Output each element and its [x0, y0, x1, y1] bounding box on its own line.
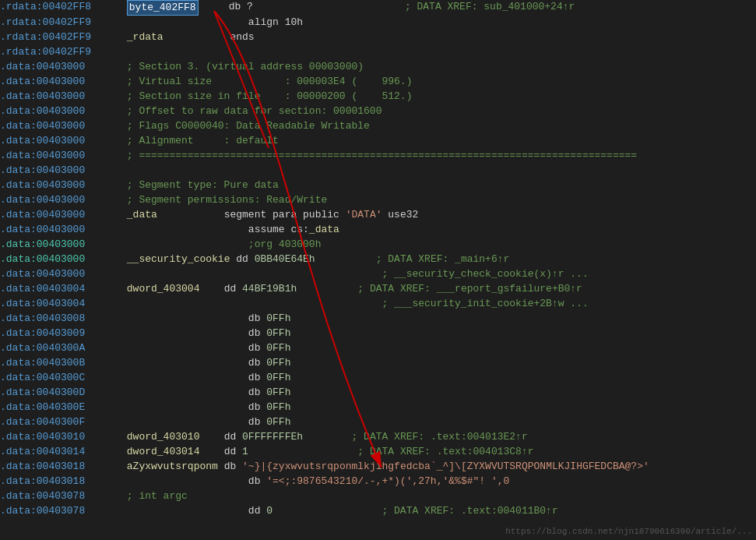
code-line: .data:00403000 ; Offset to raw data for …	[0, 104, 756, 119]
code-line: .data:00403000 ; =======================…	[0, 149, 756, 164]
code-line: .data:00403014 dword_403014 dd 1 ; DATA …	[0, 445, 756, 460]
code-line: .data:00403004 ; ___security_init_cookie…	[0, 297, 756, 312]
code-line: .data:00403078 ; int argc	[0, 489, 756, 504]
code-line: .data:00403078 dd 0 ; DATA XREF: .text:0…	[0, 504, 756, 519]
code-line: .rdata:00402FF9 align 10h	[0, 16, 756, 30]
watermark-text: https://blog.csdn.net/njn18790616390/art…	[505, 527, 752, 536]
code-line: .data:00403000 ; Flags C0000040: Data Re…	[0, 119, 756, 134]
code-line: .data:00403018 aZyxwvutsrqponm db '~}|{z…	[0, 460, 756, 475]
code-line: .data:00403018 db '=<;:9876543210/.-,+*)…	[0, 475, 756, 489]
code-line: .rdata:00402FF9	[0, 45, 756, 60]
code-line: .data:00403000 ; Section size in file : …	[0, 90, 756, 104]
code-line: .data:00403000 ; Segment type: Pure data	[0, 178, 756, 193]
code-line: .data:00403000 ; Virtual size : 000003E4…	[0, 75, 756, 90]
code-line: .data:0040300B db 0FFh	[0, 356, 756, 371]
code-line: .rdata:00402FF9 _rdata ends	[0, 30, 756, 45]
code-line: .data:00403000 _data segment para public…	[0, 208, 756, 223]
code-line: .data:0040300E db 0FFh	[0, 401, 756, 415]
code-line: .data:0040300F db 0FFh	[0, 415, 756, 430]
code-line: .data:00403000 ;org 403000h	[0, 238, 756, 252]
assembly-lines: .rdata:00402FF8 byte_402FF8 db ? ; DATA …	[0, 0, 756, 519]
code-line: .data:0040300C db 0FFh	[0, 371, 756, 386]
code-line: .data:00403000 ; Segment permissions: Re…	[0, 193, 756, 208]
code-line: .data:00403000 ; Section 3. (virtual add…	[0, 60, 756, 75]
code-line: .data:00403008 db 0FFh	[0, 312, 756, 326]
code-line: .data:00403000 ; __security_check_cookie…	[0, 267, 756, 282]
byte-label: byte_402FF8	[127, 0, 199, 16]
code-line: .data:00403009 db 0FFh	[0, 326, 756, 341]
code-line: .data:00403000 assume cs:_data	[0, 223, 756, 238]
code-view: .rdata:00402FF8 byte_402FF8 db ? ; DATA …	[0, 0, 756, 540]
code-line: .data:00403000 __security_cookie dd 0BB4…	[0, 252, 756, 267]
code-line: .data:00403000	[0, 164, 756, 178]
code-line: .data:00403010 dword_403010 dd 0FFFFFFFE…	[0, 430, 756, 445]
code-line: .data:00403004 dword_403004 dd 44BF19B1h…	[0, 282, 756, 297]
code-line: .data:00403000 ; Alignment : default	[0, 134, 756, 149]
code-line: .data:0040300D db 0FFh	[0, 386, 756, 401]
code-line: .data:0040300A db 0FFh	[0, 341, 756, 356]
code-line: .rdata:00402FF8 byte_402FF8 db ? ; DATA …	[0, 0, 756, 16]
